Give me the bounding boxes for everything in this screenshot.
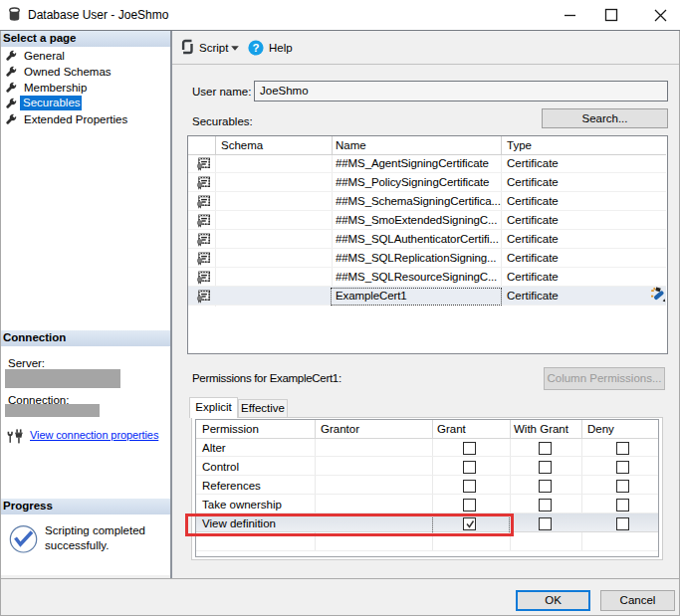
svg-text:?: ? bbox=[252, 42, 259, 54]
